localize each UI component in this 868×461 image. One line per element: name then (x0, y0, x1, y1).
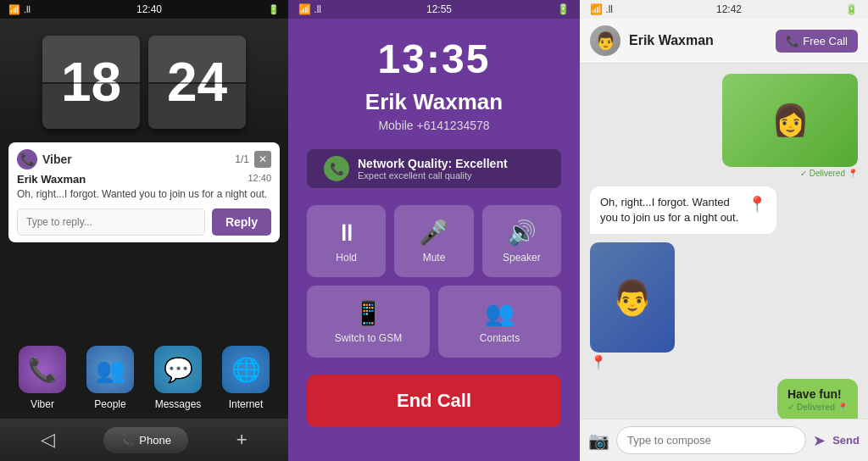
sent-delivered-check: ✓ (787, 403, 794, 412)
switch-gsm-label: Switch to GSM (335, 332, 402, 344)
chat-time: 12:42 (716, 3, 742, 15)
hold-label: Hold (336, 252, 357, 264)
mute-label: Mute (423, 252, 446, 264)
sent-delivered-label: Delivered (797, 403, 835, 412)
notification-app-name: Viber (42, 153, 230, 166)
phone-button[interactable]: 📞 Phone (103, 427, 188, 453)
image-person-icon: 👩 (771, 103, 810, 138)
call-status-bar: 📶 .ll 12:55 🔋 (288, 0, 580, 19)
chat-status-bar: 📶 .ll 12:42 🔋 (580, 0, 868, 19)
home-bottom-bar: ◁ 📞 Phone + (0, 419, 288, 461)
send-button[interactable]: Send (832, 434, 860, 447)
battery-icon: 🔋 (268, 4, 280, 15)
sent-text-message: Have fun! ✓ Delivered 📍 (777, 379, 858, 419)
call-battery-icon: 🔋 (557, 3, 570, 15)
messages-app-icon[interactable]: 💬 Messages (154, 346, 202, 410)
clock-widget: 18 24 (0, 19, 288, 137)
home-screen: 📶 .ll 12:40 🔋 18 24 📞 Viber 1/1 ✕ Erik W… (0, 0, 288, 461)
sent-image-person-icon: 👨 (611, 278, 654, 318)
people-app-icon[interactable]: 👥 People (86, 346, 134, 410)
end-call-button[interactable]: End Call (307, 375, 561, 427)
people-app-label: People (94, 398, 125, 410)
delivered-check-icon: ✓ (800, 169, 807, 178)
sent-image-message: 👨 📍 (590, 242, 675, 370)
mute-button[interactable]: 🎤 Mute (394, 205, 473, 277)
received-image-message: 👩 ✓ Delivered 📍 (722, 74, 858, 178)
switch-gsm-icon: 📱 (353, 299, 383, 327)
chat-screen: 📶 .ll 12:42 🔋 👨 Erik Waxman 📞 Free Call … (580, 0, 868, 461)
add-button[interactable]: + (236, 429, 248, 451)
network-quality-text: Network Quality: Excellent Expect excell… (358, 157, 508, 181)
network-quality-icon: 📞 (324, 156, 349, 181)
notification-header: 📞 Viber 1/1 ✕ (17, 149, 271, 169)
notification-reply-area: Reply (17, 208, 271, 236)
location-pin-icon: 📍 (848, 169, 858, 178)
call-timer: 13:35 (378, 36, 491, 82)
chat-status-icons: 📶 .ll (590, 3, 613, 15)
clock-hour: 18 (42, 36, 140, 129)
viber-app-label: Viber (31, 398, 54, 410)
viber-app-icon[interactable]: 📞 Viber (19, 346, 66, 410)
home-status-icons: 📶 .ll (8, 4, 31, 15)
message-location-icon: 📍 (748, 195, 766, 214)
received-message-text: Oh, right...I forgot. Wanted you to join… (600, 195, 743, 225)
reply-button[interactable]: Reply (212, 208, 271, 236)
received-image-delivered: ✓ Delivered 📍 (722, 169, 858, 178)
hold-icon: ⏸ (335, 219, 359, 247)
speaker-icon: 🔊 (507, 219, 537, 247)
delivered-label: Delivered (810, 169, 845, 178)
signal-icon: .ll (24, 4, 31, 14)
network-quality-indicator: 📞 Network Quality: Excellent Expect exce… (307, 149, 561, 188)
hold-button[interactable]: ⏸ Hold (307, 205, 386, 277)
sent-location-icon: 📍 (837, 403, 848, 412)
notification-reply-input[interactable] (17, 208, 205, 236)
clock-minute: 24 (148, 36, 246, 129)
received-text-message: Oh, right...I forgot. Wanted you to join… (590, 186, 776, 234)
people-app-image: 👥 (86, 346, 134, 393)
chat-avatar: 👨 (590, 25, 620, 56)
contacts-button[interactable]: 👥 Contacts (438, 286, 561, 358)
send-arrow-icon[interactable]: ➤ (813, 431, 826, 450)
call-controls-bottom: 📱 Switch to GSM 👥 Contacts (307, 286, 561, 358)
home-battery-icons: 🔋 (268, 4, 280, 15)
internet-app-icon[interactable]: 🌐 Internet (222, 346, 270, 410)
viber-icon: 📞 (17, 149, 37, 169)
speaker-button[interactable]: 🔊 Speaker (482, 205, 561, 277)
notification-sender: Erik Waxman (17, 173, 86, 186)
chat-contact-name: Erik Waxman (629, 33, 767, 48)
speaker-label: Speaker (503, 252, 541, 264)
camera-button[interactable]: 📷 (588, 430, 609, 451)
viber-app-image: 📞 (19, 346, 66, 393)
network-quality-sublabel: Expect excellent call quality (358, 170, 508, 181)
notification-message: Oh, right...I forgot. Wanted you to join… (17, 188, 271, 202)
home-clock: 12:40 (136, 3, 162, 15)
sent-message-text: Have fun! (787, 387, 842, 401)
chat-battery-icon: 🔋 (845, 3, 858, 15)
chat-input-bar: 📷 ➤ Send (580, 419, 868, 461)
contacts-label: Contacts (480, 332, 520, 344)
notification-time: 12:40 (248, 173, 271, 186)
sent-image-location-icon: 📍 (590, 355, 607, 369)
call-contact-name: Erik Waxman (365, 89, 503, 115)
chat-header: 👨 Erik Waxman 📞 Free Call (580, 19, 868, 64)
received-image-thumbnail: 👩 (722, 74, 858, 167)
chat-messages: 👩 ✓ Delivered 📍 Oh, right...I forgot. Wa… (580, 64, 868, 419)
call-controls-top: ⏸ Hold 🎤 Mute 🔊 Speaker (307, 205, 561, 277)
viber-notification: 📞 Viber 1/1 ✕ Erik Waxman 12:40 Oh, righ… (8, 142, 280, 242)
switch-gsm-button[interactable]: 📱 Switch to GSM (307, 286, 430, 358)
messages-app-image: 💬 (154, 346, 202, 393)
sent-message-delivered: ✓ Delivered 📍 (787, 403, 848, 412)
notification-count: 1/1 (235, 153, 249, 165)
free-call-button[interactable]: 📞 Free Call (776, 30, 858, 53)
messages-app-label: Messages (155, 398, 202, 410)
call-contact-number: Mobile +6141234578 (378, 119, 489, 132)
back-button[interactable]: ◁ (41, 429, 55, 451)
mute-icon: 🎤 (419, 219, 448, 247)
home-status-bar: 📶 .ll 12:40 🔋 (0, 0, 288, 19)
free-call-label: Free Call (803, 35, 848, 47)
chat-compose-input[interactable] (616, 426, 806, 454)
call-time: 12:55 (426, 3, 452, 15)
notification-close-button[interactable]: ✕ (254, 151, 271, 168)
internet-app-image: 🌐 (222, 346, 270, 393)
phone-icon: 📞 (120, 434, 134, 447)
